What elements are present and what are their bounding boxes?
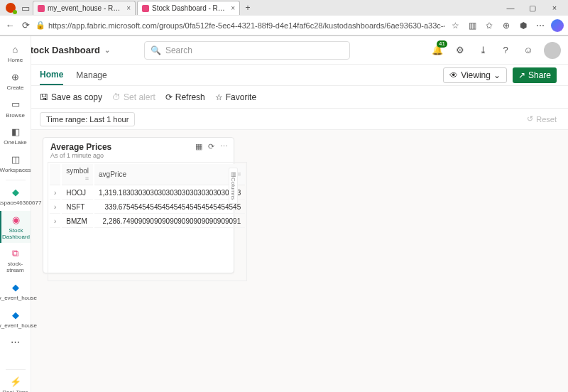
tile-title: Average Prices	[50, 142, 195, 152]
more-icon: ⋯	[9, 337, 22, 349]
eventhouse-icon: ◆	[9, 281, 22, 294]
left-rail: ⌂Home ⊕Create ▭Browse ◧OneLake ◫Workspac…	[0, 36, 31, 392]
window-minimize-icon[interactable]: —	[500, 1, 521, 14]
set-alert-button: ⏱Set alert	[112, 92, 155, 102]
rail-home[interactable]: ⌂Home	[0, 40, 31, 67]
url-field[interactable]: 🔒 https://app.fabric.microsoft.com/group…	[36, 21, 444, 30]
address-bar: ← ⟳ 🔒 https://app.fabric.microsoft.com/g…	[0, 16, 568, 36]
col-symbol[interactable]: symbol≡	[62, 164, 93, 185]
page-tab-bar: Home Manage 👁 Viewing ⌄ ↗ Share	[0, 65, 568, 86]
columns-icon: ▥	[230, 171, 236, 178]
browser-tab-strip: ▭ my_event_house - Real-Time Inte × Stoc…	[0, 0, 568, 16]
home-icon: ⌂	[9, 43, 22, 56]
favorite-button[interactable]: ☆Favorite	[215, 92, 256, 102]
feedback-icon[interactable]: ☺	[521, 43, 535, 58]
rail-realtime[interactable]: ⚡Real-Time Intelligence	[0, 373, 31, 392]
folder-icon: ▭	[9, 99, 22, 111]
notifications-icon[interactable]: 🔔41	[430, 43, 444, 58]
tile-table: symbol≡ avgPrice≡ ›HOOJ1,319.18303030303…	[48, 162, 247, 281]
undo-icon: ↺	[527, 114, 533, 124]
rail-workspaces[interactable]: ◫Workspaces	[0, 151, 31, 177]
workspace-icon: ◆	[9, 186, 22, 199]
workspaces-icon: ◫	[9, 153, 22, 166]
window-split-icon[interactable]: ▥	[466, 19, 479, 32]
tile-subtitle: As of 1 minute ago	[50, 152, 195, 159]
reset-button[interactable]: ↺Reset	[527, 114, 557, 124]
eye-icon: 👁	[449, 70, 458, 80]
download-icon[interactable]: ⤓	[476, 43, 490, 58]
alert-icon: ⏱	[112, 92, 121, 102]
rail-stock-stream[interactable]: ⧉stock-stream	[0, 244, 31, 277]
share-button[interactable]: ↗ Share	[513, 67, 557, 83]
tab-title: my_event_house - Real-Time Inte	[48, 4, 121, 12]
dashboard-title-dropdown[interactable]: Stock Dashboard ⌄	[24, 45, 110, 55]
stream-icon: ⧉	[9, 247, 22, 260]
tab-manage[interactable]: Manage	[76, 66, 106, 85]
settings-icon[interactable]: ⚙	[453, 43, 467, 58]
star-icon[interactable]: ☆	[449, 19, 462, 32]
url-text: https://app.fabric.microsoft.com/groups/…	[48, 21, 444, 30]
lock-icon: 🔒	[36, 21, 45, 30]
rail-browse[interactable]: ▭Browse	[0, 96, 31, 122]
collections-icon[interactable]: ⊕	[500, 19, 513, 32]
nav-refresh-icon[interactable]: ⟳	[20, 20, 31, 31]
rail-workspace-current[interactable]: ◆workspace46360677	[0, 183, 31, 209]
expand-icon[interactable]: ›	[50, 201, 60, 214]
chevron-down-icon: ⌄	[104, 46, 110, 54]
rail-create[interactable]: ⊕Create	[0, 68, 31, 94]
rail-stock-dashboard[interactable]: ◉Stock Dashboard	[0, 211, 31, 244]
dashboard-title: Stock Dashboard	[24, 45, 100, 55]
search-placeholder: Search	[165, 45, 192, 55]
browser-tab-0[interactable]: my_event_house - Real-Time Inte ×	[33, 1, 136, 15]
tab-overview-icon[interactable]: ▭	[20, 3, 31, 13]
rail-eventhouse-1[interactable]: ◆my_event_house	[0, 278, 31, 305]
tile-more-icon[interactable]: ⋯	[220, 142, 228, 151]
columns-panel-toggle[interactable]: ▥Columns	[229, 168, 238, 204]
rail-more[interactable]: ⋯	[0, 334, 31, 352]
window-close-icon[interactable]: ×	[544, 1, 565, 14]
tab-close-icon[interactable]: ×	[126, 4, 131, 12]
column-menu-icon[interactable]: ≡	[85, 175, 89, 182]
nav-back-icon[interactable]: ←	[4, 20, 16, 31]
browser-tab-1[interactable]: Stock Dashboard - Real-Time Inte ×	[137, 1, 240, 15]
more-icon[interactable]: ⋯	[534, 19, 547, 32]
table-row[interactable]: ›NSFT339.6754545454545454545454545454545	[50, 201, 245, 214]
favorites-icon[interactable]: ✩	[483, 19, 496, 32]
app-header: Stock Dashboard ⌄ 🔍 Search 🔔41 ⚙ ⤓ ? ☺	[0, 36, 568, 65]
save-as-copy-button[interactable]: 🖫Save as copy	[40, 92, 102, 102]
new-tab-button[interactable]: +	[241, 3, 254, 13]
favicon-icon	[38, 5, 45, 12]
rail-eventhouse-2[interactable]: ◆my_event_house	[0, 306, 31, 332]
table-row[interactable]: ›HOOJ1,319.18303030303030303030303030303…	[50, 187, 245, 200]
notif-badge: 41	[437, 40, 447, 48]
viewing-mode-button[interactable]: 👁 Viewing ⌄	[443, 67, 507, 83]
realtime-icon: ⚡	[9, 376, 22, 388]
expand-icon[interactable]: ›	[50, 187, 60, 200]
help-icon[interactable]: ?	[498, 43, 513, 58]
table-row[interactable]: ›BMZM2,286.74909090909090909090909090909…	[50, 215, 245, 228]
toolbar: 🖫Save as copy ⏱Set alert ⟳Refresh ☆Favor…	[0, 86, 568, 109]
extension-icon[interactable]: ⬢	[517, 19, 530, 32]
eventhouse-icon: ◆	[9, 309, 22, 322]
onelake-icon: ◧	[9, 126, 22, 138]
search-input[interactable]: 🔍 Search	[144, 41, 350, 60]
user-avatar[interactable]	[544, 42, 561, 59]
tile-refresh-icon[interactable]: ⟳	[208, 142, 214, 151]
search-icon: 🔍	[151, 45, 161, 55]
share-icon: ↗	[518, 70, 525, 80]
browser-profile-icon[interactable]	[6, 3, 16, 13]
refresh-button[interactable]: ⟳Refresh	[165, 92, 205, 102]
time-range-chip[interactable]: Time range: Last 1 hour	[40, 112, 135, 126]
rail-onelake[interactable]: ◧OneLake	[0, 123, 31, 149]
tile-layout-icon[interactable]: ▦	[195, 142, 202, 151]
plus-circle-icon: ⊕	[9, 71, 22, 84]
tab-close-icon[interactable]: ×	[231, 4, 235, 12]
copilot-icon[interactable]	[551, 19, 564, 32]
tab-title: Stock Dashboard - Real-Time Inte	[152, 4, 225, 12]
star-icon: ☆	[215, 92, 223, 102]
window-maximize-icon[interactable]: ▢	[522, 1, 543, 14]
col-avgprice[interactable]: avgPrice≡	[94, 164, 245, 185]
expand-icon[interactable]: ›	[50, 215, 60, 228]
tab-home[interactable]: Home	[40, 65, 63, 85]
refresh-icon: ⟳	[165, 92, 173, 102]
